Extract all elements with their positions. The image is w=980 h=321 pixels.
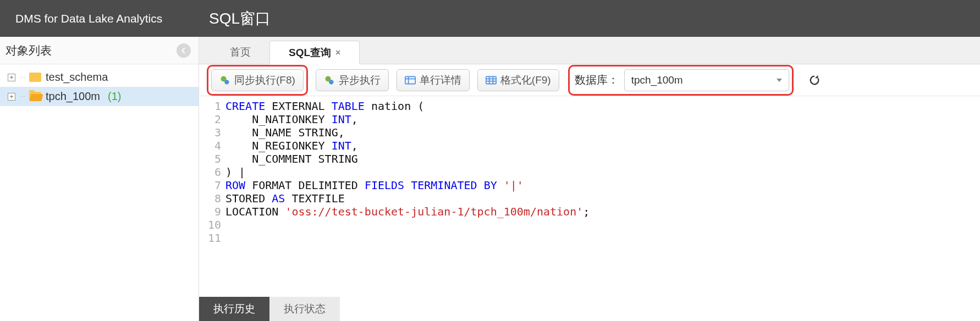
close-icon[interactable]: × (335, 48, 340, 58)
toolbar: 同步执行(F8) 异步执行 单行详情 格式化(F9) 数据库： tpch_100… (199, 64, 980, 96)
line-number: 8 (199, 192, 221, 205)
sidebar-item-tpch_100m[interactable]: +⋯tpch_100m(1) (0, 87, 199, 106)
sync-exec-button[interactable]: 同步执行(F8) (211, 69, 304, 91)
tab-label: SQL查询 (289, 46, 331, 60)
svg-rect-7 (486, 76, 496, 84)
format-button[interactable]: 格式化(F9) (477, 69, 559, 91)
async-exec-button[interactable]: 异步执行 (316, 69, 389, 91)
line-gutter: 1234567891011 (199, 99, 225, 297)
sync-exec-label: 同步执行(F8) (234, 73, 295, 87)
chevron-down-icon (777, 79, 782, 82)
tab-label: 首页 (230, 45, 251, 59)
code-line[interactable]: CREATE EXTERNAL TABLE nation ( (225, 99, 980, 113)
line-number: 11 (199, 231, 221, 245)
refresh-icon (808, 74, 821, 86)
tree-dots-icon: ⋯ (20, 93, 25, 99)
sql-editor[interactable]: 1234567891011 CREATE EXTERNAL TABLE nati… (199, 96, 980, 297)
editor-tabs: 首页SQL查询× (199, 37, 980, 64)
code-area[interactable]: CREATE EXTERNAL TABLE nation ( N_NATIONK… (225, 99, 980, 297)
tree-dots-icon: ⋯ (20, 74, 25, 80)
highlight-db-select: 数据库： tpch_100m (568, 65, 794, 96)
line-number: 2 (199, 113, 221, 126)
object-tree: +⋯test_schema+⋯tpch_100m(1) (0, 64, 199, 106)
result-tab-执行历史[interactable]: 执行历史 (199, 297, 269, 321)
tree-item-label: test_schema (46, 71, 108, 84)
tab-首页[interactable]: 首页 (211, 40, 269, 64)
svg-rect-4 (405, 76, 415, 84)
result-tab-执行状态[interactable]: 执行状态 (269, 297, 340, 321)
code-line[interactable]: N_NATIONKEY INT, (225, 113, 980, 126)
line-number: 6 (199, 165, 221, 179)
tree-item-count: (1) (108, 90, 121, 103)
app-header: DMS for Data Lake Analytics SQL窗口 (0, 0, 980, 37)
folder-icon (29, 92, 41, 101)
sidebar-item-test_schema[interactable]: +⋯test_schema (0, 68, 199, 87)
result-tabs: 执行历史执行状态 (199, 297, 980, 321)
line-number: 1 (199, 99, 221, 113)
line-number: 10 (199, 218, 221, 231)
code-line[interactable]: N_REGIONKEY INT, (225, 139, 980, 152)
code-line[interactable] (225, 231, 980, 245)
row-detail-label: 单行详情 (420, 73, 461, 87)
brand-title: DMS for Data Lake Analytics (0, 12, 199, 25)
svg-point-1 (224, 80, 229, 84)
code-line[interactable]: N_COMMENT STRING (225, 152, 980, 165)
table-icon (405, 76, 416, 85)
line-number: 9 (199, 205, 221, 218)
tree-item-label: tpch_100m (46, 90, 100, 103)
svg-point-3 (329, 80, 333, 84)
expand-icon[interactable]: + (8, 74, 15, 81)
line-number: 5 (199, 152, 221, 165)
database-select-value: tpch_100m (631, 74, 683, 86)
code-line[interactable]: ROW FORMAT DELIMITED FIELDS TERMINATED B… (225, 179, 980, 192)
refresh-button[interactable] (805, 70, 824, 90)
folder-icon (29, 73, 41, 82)
code-line[interactable]: LOCATION 'oss://test-bucket-julian-1/tpc… (225, 205, 980, 218)
table-icon (486, 76, 497, 85)
gear-run-icon (219, 75, 230, 86)
code-line[interactable] (225, 218, 980, 231)
format-label: 格式化(F9) (500, 73, 551, 87)
expand-icon[interactable]: + (8, 93, 15, 101)
main-panel: 首页SQL查询× 同步执行(F8) 异步执行 单行详情 格式化(F9) (199, 37, 980, 321)
database-select[interactable]: tpch_100m (624, 69, 789, 91)
tab-SQL查询[interactable]: SQL查询× (269, 41, 360, 64)
line-number: 3 (199, 126, 221, 139)
code-line[interactable]: ) | (225, 165, 980, 179)
collapse-sidebar-icon[interactable] (177, 43, 191, 58)
code-line[interactable]: N_NAME STRING, (225, 126, 980, 139)
database-label: 数据库： (575, 73, 619, 87)
page-title: SQL窗口 (199, 8, 271, 29)
sidebar: 对象列表 +⋯test_schema+⋯tpch_100m(1) (0, 37, 199, 321)
highlight-sync-exec: 同步执行(F8) (207, 65, 308, 96)
sidebar-header: 对象列表 (0, 37, 199, 64)
row-detail-button[interactable]: 单行详情 (397, 69, 470, 91)
code-line[interactable]: STORED AS TEXTFILE (225, 192, 980, 205)
gear-run-icon (324, 75, 335, 86)
line-number: 4 (199, 139, 221, 152)
sidebar-title: 对象列表 (5, 43, 52, 58)
async-exec-label: 异步执行 (339, 73, 381, 87)
line-number: 7 (199, 179, 221, 192)
